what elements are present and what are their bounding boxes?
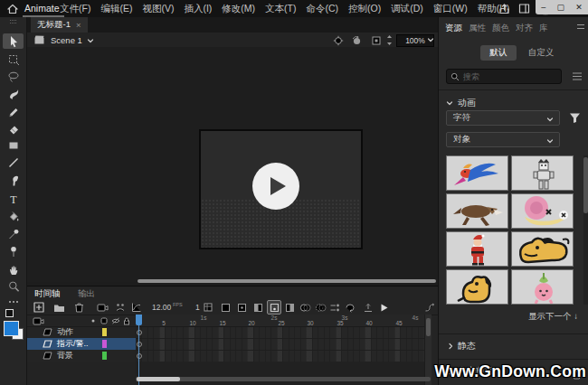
asset-warp-tool[interactable] <box>3 243 24 258</box>
filter-type-select[interactable]: 字符 <box>446 110 560 126</box>
stage-pasteboard[interactable] <box>27 47 438 282</box>
filter-funnel-icon[interactable] <box>569 112 581 124</box>
menu-view[interactable]: 视图(V) <box>142 3 174 15</box>
share-icon[interactable] <box>498 3 510 14</box>
animated-section-chevron-icon[interactable] <box>446 99 453 107</box>
asset-thumbnail-robot-character[interactable] <box>511 155 574 191</box>
default-colors-icon[interactable] <box>5 309 14 317</box>
line-tool[interactable] <box>3 155 24 170</box>
panel-grip[interactable] <box>10 20 16 23</box>
graph-editor-button[interactable] <box>130 301 143 314</box>
tab-align[interactable]: 对齐 <box>516 23 533 34</box>
asset-thumbnail-radish-creature[interactable] <box>511 269 574 305</box>
convert-keyframe-button[interactable] <box>283 301 296 314</box>
menu-edit[interactable]: 编辑(E) <box>100 3 132 15</box>
assets-vertical-scrollbar[interactable] <box>583 155 588 305</box>
selection-tool[interactable] <box>3 33 24 49</box>
tab-output[interactable]: 输出 <box>78 288 95 300</box>
workspace-icon[interactable] <box>518 3 530 14</box>
playhead-marker[interactable] <box>136 315 142 325</box>
menu-modify[interactable]: 修改(M) <box>222 3 255 15</box>
rectangle-tool[interactable] <box>3 137 24 153</box>
center-stage-icon[interactable] <box>333 35 344 46</box>
asset-thumbnail-parrot[interactable] <box>446 155 508 191</box>
frame-row[interactable] <box>136 350 431 362</box>
menu-commands[interactable]: 命令(C) <box>307 3 339 15</box>
onion-skin-outline-button[interactable] <box>314 301 327 314</box>
maximize-button[interactable]: ▢ <box>556 3 564 12</box>
fps-value[interactable]: 12.00 <box>152 303 171 312</box>
mode-default-button[interactable]: 默认 <box>480 45 517 61</box>
static-section-chevron-icon[interactable] <box>447 343 454 350</box>
document-tab[interactable]: 无标题-1 × <box>31 17 88 33</box>
menu-control[interactable]: 控制(O) <box>348 3 381 15</box>
layer-row-action[interactable]: 动作 <box>27 326 136 338</box>
rotate-view-icon[interactable] <box>351 35 362 46</box>
frame-row[interactable] <box>136 338 431 351</box>
visibility-column-icon[interactable] <box>111 317 120 324</box>
export-frame-button[interactable] <box>362 301 375 314</box>
hand-tool[interactable] <box>3 261 24 277</box>
edit-multiple-frames-button[interactable] <box>328 301 341 314</box>
layer-row-background[interactable]: 背景 <box>27 350 136 362</box>
filter-object-select[interactable]: 对象 <box>446 132 560 147</box>
menu-text[interactable]: 文本(T) <box>265 3 296 15</box>
remove-frame-button[interactable] <box>235 301 248 314</box>
show-next-link[interactable]: 显示下一个 ↓ <box>489 311 578 323</box>
scrollbar-thumb[interactable] <box>137 377 180 381</box>
scene-chevron-down-icon[interactable] <box>87 37 94 44</box>
keyframe-dot[interactable] <box>137 353 142 359</box>
ease-curve-icon[interactable] <box>423 301 436 314</box>
menu-file[interactable]: 文件(F) <box>60 3 90 15</box>
panel-menu-icon[interactable] <box>576 23 585 31</box>
eraser-tool[interactable] <box>3 120 24 136</box>
frames-grid[interactable]: 1s 2s 3s 4s 5 10 15 20 25 30 35 40 45 50 <box>136 315 431 385</box>
tab-color[interactable]: 颜色 <box>492 23 509 34</box>
clip-content-icon[interactable] <box>371 35 382 46</box>
mode-custom-button[interactable]: 自定义 <box>520 45 562 61</box>
zoom-level-chevron-icon[interactable] <box>427 36 434 43</box>
document-tab-close-icon[interactable]: × <box>76 20 81 30</box>
camera-toggle-button[interactable] <box>96 301 109 314</box>
scrollbar-thumb[interactable] <box>426 318 431 336</box>
more-tools-button[interactable] <box>3 294 24 309</box>
close-button[interactable]: ✕ <box>575 3 583 12</box>
camera-layer-icon[interactable] <box>33 316 44 325</box>
menu-insert[interactable]: 插入(I) <box>184 3 212 15</box>
insert-blank-keyframe-button[interactable] <box>267 300 281 315</box>
timeline-play-button[interactable] <box>377 301 390 314</box>
tab-timeline[interactable]: 时间轴 <box>34 288 61 300</box>
frame-row[interactable] <box>136 326 431 339</box>
layer-row-indicator[interactable]: 指示/警.. <box>27 338 136 350</box>
asset-thumbnail-sitting-dog[interactable] <box>446 269 508 305</box>
asset-thumbnail-running-wolf[interactable] <box>446 193 508 229</box>
asset-thumbnail-santa-claus[interactable] <box>446 231 508 267</box>
asset-thumbnail-lying-dog[interactable] <box>511 231 574 267</box>
layer-color-swatch[interactable] <box>102 340 107 348</box>
keyframe-dot[interactable] <box>137 330 142 335</box>
paint-bucket-tool[interactable] <box>3 209 24 224</box>
insert-frame-button[interactable] <box>219 301 232 314</box>
layer-color-swatch[interactable] <box>102 352 107 360</box>
loop-button[interactable] <box>344 301 356 314</box>
menu-window[interactable]: 窗口(W) <box>433 3 468 15</box>
outline-column-icon[interactable] <box>100 317 108 324</box>
asset-thumbnail-dizzy-snail[interactable] <box>511 193 574 229</box>
eyedropper-tool[interactable] <box>3 226 24 241</box>
fluid-brush-tool[interactable] <box>3 86 24 101</box>
timeline-horizontal-scrollbar[interactable] <box>136 377 431 381</box>
pencil-tool[interactable] <box>3 103 24 118</box>
list-view-icon[interactable] <box>572 71 583 81</box>
lasso-tool[interactable] <box>3 69 24 84</box>
classic-brush-tool[interactable] <box>3 173 24 188</box>
animated-section-header[interactable]: 动画 <box>458 97 476 109</box>
scene-breadcrumb[interactable]: Scene 1 <box>51 35 82 45</box>
tab-properties[interactable]: 属性 <box>469 23 486 34</box>
tab-assets[interactable]: 资源 <box>445 23 462 34</box>
layer-color-swatch[interactable] <box>102 328 107 336</box>
new-layer-button[interactable] <box>33 301 45 314</box>
scrollbar-thumb[interactable] <box>583 157 588 213</box>
text-tool[interactable]: T <box>3 191 24 206</box>
frames-vertical-scrollbar[interactable] <box>424 315 432 385</box>
frame-ruler[interactable]: 1s 2s 3s 4s 5 10 15 20 25 30 35 40 45 50 <box>136 315 431 327</box>
